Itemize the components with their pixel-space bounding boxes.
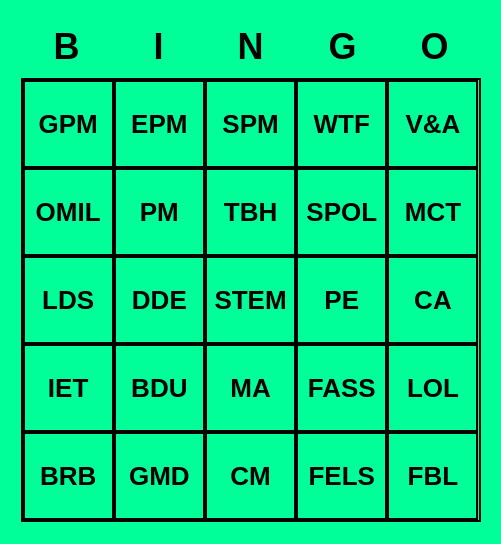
cell-r5c2[interactable]: GMD xyxy=(114,432,205,520)
cell-r1c2[interactable]: EPM xyxy=(114,80,205,168)
cell-r3c4[interactable]: PE xyxy=(296,256,387,344)
cell-r1c5[interactable]: V&A xyxy=(387,80,478,168)
cell-r4c1[interactable]: IET xyxy=(23,344,114,432)
cell-r3c3[interactable]: STEM xyxy=(205,256,296,344)
cell-r2c1[interactable]: OMIL xyxy=(23,168,114,256)
cell-r3c1[interactable]: LDS xyxy=(23,256,114,344)
cell-r5c1[interactable]: BRB xyxy=(23,432,114,520)
cell-r4c2[interactable]: BDU xyxy=(114,344,205,432)
bingo-card: B I N G O GPM EPM SPM WTF V&A OMIL PM TB… xyxy=(11,12,491,532)
cell-r2c3[interactable]: TBH xyxy=(205,168,296,256)
cell-r3c2[interactable]: DDE xyxy=(114,256,205,344)
cell-r4c4[interactable]: FASS xyxy=(296,344,387,432)
cell-r1c1[interactable]: GPM xyxy=(23,80,114,168)
bingo-grid: GPM EPM SPM WTF V&A OMIL PM TBH SPOL MCT… xyxy=(21,78,481,522)
cell-r5c3[interactable]: CM xyxy=(205,432,296,520)
cell-r4c3[interactable]: MA xyxy=(205,344,296,432)
cell-r4c5[interactable]: LOL xyxy=(387,344,478,432)
cell-r1c4[interactable]: WTF xyxy=(296,80,387,168)
header-i: I xyxy=(113,22,205,72)
cell-r2c2[interactable]: PM xyxy=(114,168,205,256)
cell-r1c3[interactable]: SPM xyxy=(205,80,296,168)
cell-r5c5[interactable]: FBL xyxy=(387,432,478,520)
cell-r5c4[interactable]: FELS xyxy=(296,432,387,520)
header-n: N xyxy=(205,22,297,72)
header-o: O xyxy=(389,22,481,72)
bingo-header: B I N G O xyxy=(21,22,481,72)
cell-r3c5[interactable]: CA xyxy=(387,256,478,344)
header-g: G xyxy=(297,22,389,72)
cell-r2c5[interactable]: MCT xyxy=(387,168,478,256)
cell-r2c4[interactable]: SPOL xyxy=(296,168,387,256)
header-b: B xyxy=(21,22,113,72)
